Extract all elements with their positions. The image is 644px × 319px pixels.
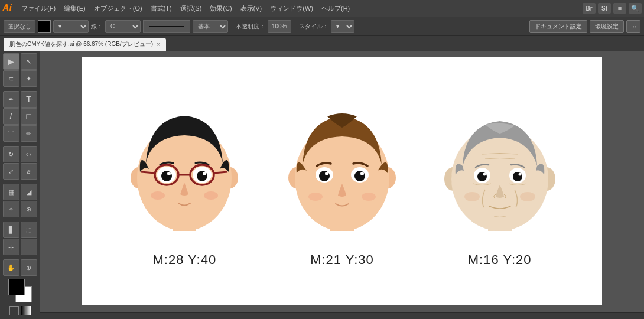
env-settings-button[interactable]: 環境設定 bbox=[590, 20, 624, 33]
color-area bbox=[0, 276, 40, 318]
style-select[interactable]: ▾ bbox=[331, 20, 354, 33]
rect-tool[interactable]: □ bbox=[21, 108, 37, 125]
paintbrush-tool[interactable]: ⌒ bbox=[3, 125, 19, 142]
warp-tool[interactable]: ⌀ bbox=[21, 163, 37, 180]
bridge-icon[interactable]: Br bbox=[583, 3, 596, 14]
svg-point-16 bbox=[204, 191, 218, 200]
opacity-value[interactable]: 100% bbox=[268, 20, 291, 33]
svg-point-27 bbox=[308, 193, 323, 201]
blend-tool[interactable]: ✧ bbox=[3, 201, 19, 217]
search-icon[interactable]: 🔍 bbox=[629, 3, 642, 14]
divider-1 bbox=[232, 21, 232, 32]
tool-row-4: / □ bbox=[0, 108, 40, 125]
tool-row-3: ✒ T bbox=[0, 91, 40, 108]
line-style[interactable]: 基本 bbox=[193, 20, 228, 33]
app-logo: Ai bbox=[2, 3, 12, 14]
foreground-color-box[interactable] bbox=[8, 279, 25, 295]
fill-color[interactable] bbox=[38, 20, 51, 33]
magic-wand-tool[interactable]: ✦ bbox=[21, 70, 37, 87]
face-middle-man-label: M:21 Y:30 bbox=[310, 252, 374, 268]
tool-row-8: ▦ ◢ bbox=[0, 184, 40, 200]
left-toolbar: ▶ ↖ ⊂ ✦ ✒ T / □ ⌒ ✏ ↻ ⇔ ⤢ ⌀ ▦ bbox=[0, 51, 40, 319]
artboard: M:28 Y:40 bbox=[82, 57, 602, 305]
tool-row-9: ✧ ⊛ bbox=[0, 201, 40, 217]
line-tool[interactable]: / bbox=[3, 108, 19, 125]
document-tab[interactable]: 肌色のCMYK値を探す.ai @ 66.67% (RGB/プレビュー) × bbox=[4, 38, 166, 51]
tool-row-11: ⊹ bbox=[0, 239, 40, 255]
hand-tool[interactable]: ✋ bbox=[3, 259, 19, 276]
symbol-tool[interactable]: ⊛ bbox=[21, 201, 37, 217]
svg-point-8 bbox=[167, 172, 171, 175]
chart-tool[interactable]: ▋ bbox=[3, 222, 19, 238]
menu-window[interactable]: ウィンドウ(W) bbox=[266, 3, 317, 14]
menu-help[interactable]: ヘルプ(H) bbox=[318, 3, 353, 14]
stock-icon[interactable]: St bbox=[598, 3, 611, 14]
slice-tool[interactable]: ⊹ bbox=[3, 239, 19, 255]
stroke-weight[interactable]: ▾ bbox=[53, 20, 89, 33]
face-elderly-label: M:16 Y:20 bbox=[468, 252, 532, 268]
canvas-content[interactable]: M:28 Y:40 bbox=[40, 51, 644, 312]
gradient-tool[interactable]: ▦ bbox=[3, 184, 19, 200]
menu-file[interactable]: ファイル(F) bbox=[18, 3, 59, 14]
style-label: スタイル： bbox=[299, 22, 328, 31]
eyedropper-tool[interactable]: ◢ bbox=[21, 184, 37, 200]
menu-effect[interactable]: 効果(C) bbox=[206, 3, 235, 14]
svg-line-14 bbox=[214, 172, 227, 173]
main-area: ▶ ↖ ⊂ ✦ ✒ T / □ ⌒ ✏ ↻ ⇔ ⤢ ⌀ ▦ bbox=[0, 51, 644, 319]
menu-select[interactable]: 選択(S) bbox=[177, 3, 206, 14]
menu-edit[interactable]: 編集(E) bbox=[60, 3, 89, 14]
menu-view[interactable]: 表示(V) bbox=[237, 3, 266, 14]
face-young-man: M:28 Y:40 bbox=[116, 95, 252, 268]
face-middle-man: M:21 Y:30 bbox=[274, 95, 410, 268]
pen-tool[interactable]: ✒ bbox=[3, 91, 19, 108]
svg-point-32 bbox=[451, 127, 548, 231]
svg-point-28 bbox=[362, 193, 376, 201]
gradient-color[interactable] bbox=[21, 306, 31, 315]
svg-point-38 bbox=[518, 173, 521, 176]
face-young-man-svg bbox=[116, 95, 252, 243]
menu-items: ファイル(F) 編集(E) オブジェクト(O) 書式(T) 選択(S) 効果(C… bbox=[18, 3, 353, 14]
svg-point-26 bbox=[360, 172, 364, 175]
menu-right-area: Br St ≡ 🔍 bbox=[583, 3, 642, 14]
face-elderly: M:16 Y:20 bbox=[432, 95, 568, 268]
color-boxes bbox=[8, 279, 32, 302]
artboard-tool[interactable]: ⬚ bbox=[21, 222, 37, 238]
none-color[interactable] bbox=[9, 306, 19, 315]
tab-close-button[interactable]: × bbox=[157, 41, 160, 48]
svg-point-9 bbox=[203, 172, 206, 175]
menu-object[interactable]: オブジェクト(O) bbox=[90, 3, 146, 14]
pencil-tool[interactable]: ✏ bbox=[21, 125, 37, 142]
svg-line-13 bbox=[141, 172, 155, 173]
tool-row-2: ⊂ ✦ bbox=[0, 70, 40, 87]
type-tool[interactable]: T bbox=[21, 91, 37, 108]
rotate-tool[interactable]: ↻ bbox=[3, 146, 19, 162]
menu-type[interactable]: 書式(T) bbox=[147, 3, 175, 14]
select-display[interactable]: 選択なし bbox=[4, 20, 35, 33]
svg-point-40 bbox=[520, 192, 535, 201]
scale-tool[interactable]: ⤢ bbox=[3, 163, 19, 180]
extra-tool[interactable] bbox=[21, 239, 37, 255]
svg-point-24 bbox=[354, 171, 365, 181]
tool-row-5: ⌒ ✏ bbox=[0, 125, 40, 142]
scroll-bar-bottom[interactable] bbox=[40, 312, 644, 319]
lasso-tool[interactable]: ⊂ bbox=[3, 70, 19, 87]
select-tool[interactable]: ▶ bbox=[3, 53, 19, 70]
tool-row-1: ▶ ↖ bbox=[0, 53, 40, 70]
tab-title: 肌色のCMYK値を探す.ai @ 66.67% (RGB/プレビュー) bbox=[9, 40, 153, 48]
mirror-tool[interactable]: ⇔ bbox=[21, 146, 37, 162]
tool-row-7: ⤢ ⌀ bbox=[0, 163, 40, 180]
expand-button[interactable]: ↔ bbox=[626, 20, 640, 33]
tool-row-10: ▋ ⬚ bbox=[0, 222, 40, 238]
face-middle-man-svg bbox=[274, 95, 410, 243]
svg-point-23 bbox=[319, 171, 330, 181]
zoom-tool[interactable]: ⊕ bbox=[21, 259, 37, 276]
workspace-icon[interactable]: ≡ bbox=[613, 3, 626, 14]
opacity-label: 不透明度： bbox=[236, 22, 265, 31]
direct-select-tool[interactable]: ↖ bbox=[21, 53, 37, 70]
svg-point-25 bbox=[325, 172, 328, 175]
stroke-preview bbox=[143, 20, 190, 33]
tab-bar: 肌色のCMYK値を探す.ai @ 66.67% (RGB/プレビュー) × bbox=[0, 35, 644, 51]
stroke-select[interactable]: C bbox=[105, 20, 141, 33]
doc-settings-button[interactable]: ドキュメント設定 bbox=[529, 20, 587, 33]
toolbar: 選択なし ▾ 線： C 基本 不透明度： 100% スタイル： ▾ ドキュメント… bbox=[0, 17, 644, 35]
